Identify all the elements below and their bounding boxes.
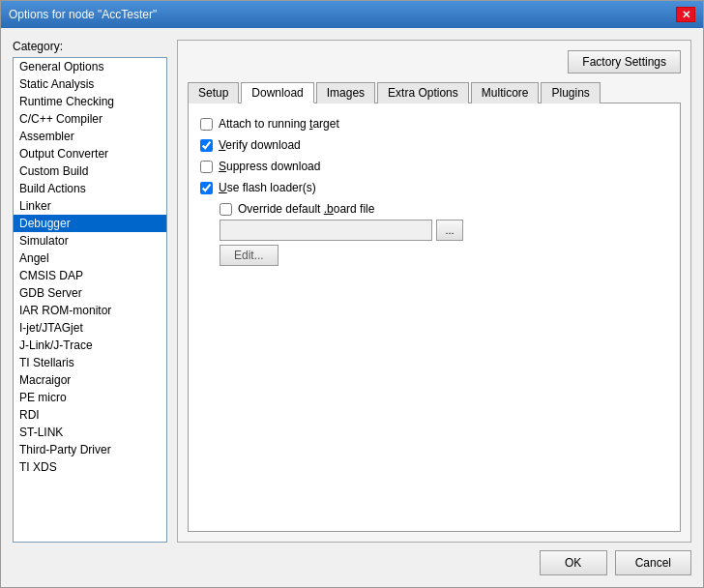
attach-to-running-checkbox[interactable] bbox=[200, 118, 213, 131]
main-layout: Category: General Options Static Analysi… bbox=[13, 40, 691, 543]
verify-download-row: Verify download bbox=[200, 138, 668, 152]
sidebar-item-macraigor[interactable]: Macraigor bbox=[14, 371, 166, 389]
sidebar-item-pe-micro[interactable]: PE micro bbox=[14, 389, 166, 406]
window-title: Options for node "AccTester" bbox=[9, 8, 157, 21]
verify-download-label: Verify download bbox=[219, 138, 301, 152]
use-flash-loader-checkbox[interactable] bbox=[200, 182, 213, 194]
sidebar-item-assembler[interactable]: Assembler bbox=[14, 128, 166, 145]
category-label: Category: bbox=[13, 40, 167, 53]
factory-settings-row: Factory Settings bbox=[188, 50, 681, 74]
sidebar-item-custom-build[interactable]: Custom Build bbox=[14, 162, 166, 180]
sidebar-item-output-converter[interactable]: Output Converter bbox=[14, 145, 166, 162]
use-flash-loader-label: Use flash loader(s) bbox=[219, 181, 316, 194]
tab-plugins[interactable]: Plugins bbox=[541, 82, 600, 103]
attach-to-running-label: Attach to running target bbox=[219, 117, 339, 131]
sidebar-item-static-analysis[interactable]: Static Analysis bbox=[14, 75, 166, 93]
sidebar-item-iar-rom-monitor[interactable]: IAR ROM-monitor bbox=[14, 302, 166, 319]
tab-multicore[interactable]: Multicore bbox=[471, 82, 540, 103]
sidebar-item-j-link-j-trace[interactable]: J-Link/J-Trace bbox=[14, 337, 166, 354]
sidebar-item-third-party-driver[interactable]: Third-Party Driver bbox=[14, 441, 166, 458]
window-content: Category: General Options Static Analysi… bbox=[1, 28, 703, 587]
right-panel: Factory Settings Setup Download Images E… bbox=[177, 40, 691, 543]
sidebar-item-cpp-compiler[interactable]: C/C++ Compiler bbox=[14, 110, 166, 128]
tab-extra-options[interactable]: Extra Options bbox=[377, 82, 469, 103]
tab-download[interactable]: Download bbox=[241, 82, 313, 103]
sidebar-item-general-options[interactable]: General Options bbox=[14, 58, 166, 75]
sidebar-item-ti-xds[interactable]: TI XDS bbox=[14, 458, 166, 476]
sidebar-item-linker[interactable]: Linker bbox=[14, 197, 166, 215]
verify-download-checkbox[interactable] bbox=[200, 139, 213, 152]
suppress-download-label: Suppress download bbox=[219, 160, 320, 173]
ok-button[interactable]: OK bbox=[540, 550, 607, 575]
sidebar-item-angel[interactable]: Angel bbox=[14, 250, 166, 267]
override-board-row: Override default .board file bbox=[220, 202, 668, 216]
tab-setup[interactable]: Setup bbox=[188, 82, 239, 103]
sidebar-item-st-link[interactable]: ST-LINK bbox=[14, 424, 166, 441]
board-file-section: Override default .board file $TOOLKIT_DI… bbox=[200, 202, 668, 266]
tabs-container: Setup Download Images Extra Options Mult… bbox=[188, 81, 681, 532]
use-flash-loader-row: Use flash loader(s) bbox=[200, 181, 668, 194]
factory-settings-button[interactable]: Factory Settings bbox=[568, 50, 681, 74]
attach-to-running-row: Attach to running target bbox=[200, 117, 668, 131]
tab-images[interactable]: Images bbox=[316, 82, 375, 103]
browse-button[interactable]: ... bbox=[436, 220, 463, 241]
suppress-download-row: Suppress download bbox=[200, 160, 668, 173]
suppress-download-checkbox[interactable] bbox=[200, 161, 213, 173]
edit-button[interactable]: Edit... bbox=[220, 245, 279, 266]
sidebar-item-ti-stellaris[interactable]: TI Stellaris bbox=[14, 354, 166, 371]
main-window: Options for node "AccTester" ✕ Category:… bbox=[0, 0, 704, 588]
board-file-input[interactable]: $TOOLKIT_DIRS$config/flashloader/Freesca… bbox=[220, 220, 432, 241]
tab-bar: Setup Download Images Extra Options Mult… bbox=[188, 81, 681, 103]
sidebar-item-rdi[interactable]: RDI bbox=[14, 406, 166, 424]
close-button[interactable]: ✕ bbox=[676, 7, 695, 22]
tab-content-download: Attach to running target Verify download bbox=[188, 103, 681, 532]
sidebar-item-cmsis-dap[interactable]: CMSIS DAP bbox=[14, 267, 166, 284]
board-file-input-row: $TOOLKIT_DIRS$config/flashloader/Freesca… bbox=[220, 220, 668, 241]
category-panel: Category: General Options Static Analysi… bbox=[13, 40, 167, 543]
sidebar-item-debugger[interactable]: Debugger bbox=[14, 215, 166, 232]
sidebar-item-build-actions[interactable]: Build Actions bbox=[14, 180, 166, 197]
sidebar-item-i-jet-jtagjet[interactable]: I-jet/JTAGjet bbox=[14, 319, 166, 337]
sidebar-item-simulator[interactable]: Simulator bbox=[14, 232, 166, 250]
override-board-checkbox[interactable] bbox=[220, 203, 232, 216]
category-list: General Options Static Analysis Runtime … bbox=[13, 57, 167, 543]
sidebar-item-runtime-checking[interactable]: Runtime Checking bbox=[14, 93, 166, 110]
sidebar-item-gdb-server[interactable]: GDB Server bbox=[14, 284, 166, 302]
override-board-label: Override default .board file bbox=[238, 202, 374, 216]
title-bar: Options for node "AccTester" ✕ bbox=[1, 1, 703, 28]
bottom-buttons: OK Cancel bbox=[13, 543, 691, 575]
cancel-button[interactable]: Cancel bbox=[615, 550, 691, 575]
